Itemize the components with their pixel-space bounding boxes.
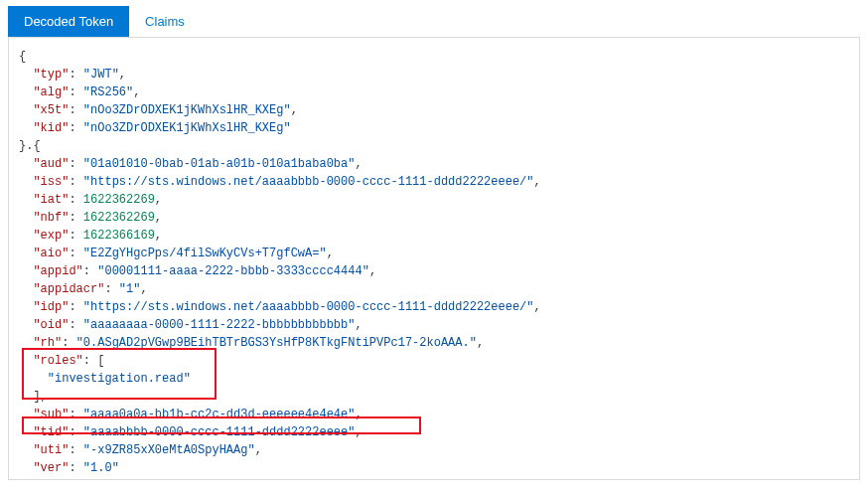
code-line: "x5t": "nOo3ZDrODXEK1jKWhXslHR_KXEg", [19, 101, 849, 119]
code-line: }.[Signature] [19, 477, 849, 480]
code-line: { [19, 48, 849, 66]
code-line: "idp": "https://sts.windows.net/aaaabbbb… [19, 298, 849, 316]
tab-claims[interactable]: Claims [129, 6, 201, 37]
code-line: "rh": "0.ASgAD2pVGwp9BEihTBTrBGS3YsHfP8K… [19, 334, 849, 352]
code-line: "appid": "00001111-aaaa-2222-bbbb-3333cc… [19, 262, 849, 280]
code-line: }.{ [19, 137, 849, 155]
code-line: "roles": [ [19, 352, 849, 370]
code-line: "typ": "JWT", [19, 66, 849, 83]
tab-decoded-token[interactable]: Decoded Token [8, 6, 129, 37]
code-line: "oid": "aaaaaaaa-0000-1111-2222-bbbbbbbb… [19, 316, 849, 334]
code-line: "aio": "E2ZgYHgcPps/4filSwKyCVs+T7gfCwA=… [19, 245, 849, 262]
code-line: "kid": "nOo3ZDrODXEK1jKWhXslHR_KXEg" [19, 119, 849, 137]
code-line: "investigation.read" [19, 370, 849, 388]
code-line: "alg": "RS256", [19, 83, 849, 101]
code-line: "sub": "aaaa0a0a-bb1b-cc2c-dd3d-eeeeee4e… [19, 406, 849, 423]
code-line: "nbf": 1622362269, [19, 209, 849, 227]
code-line: "exp": 1622366169, [19, 227, 849, 245]
code-line: "ver": "1.0" [19, 459, 849, 477]
decoded-token-panel: { "typ": "JWT", "alg": "RS256", "x5t": "… [8, 38, 860, 480]
code-line: "iss": "https://sts.windows.net/aaaabbbb… [19, 173, 849, 191]
code-line: "iat": 1622362269, [19, 191, 849, 209]
tab-bar: Decoded Token Claims [8, 6, 860, 38]
code-line: "appidacr": "1", [19, 280, 849, 298]
code-line: "uti": "-x9ZR85xX0eMtA0SpyHAAg", [19, 441, 849, 459]
code-line: "tid": "aaaabbbb-0000-cccc-1111-dddd2222… [19, 423, 849, 441]
code-line: ], [19, 388, 849, 406]
code-line: "aud": "01a01010-0bab-01ab-a01b-010a1bab… [19, 155, 849, 173]
